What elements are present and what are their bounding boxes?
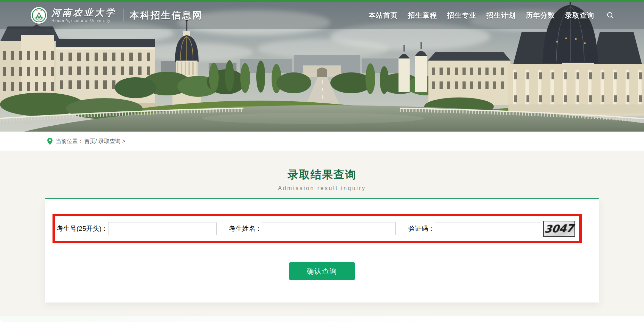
query-card: 考生号(25开头)： 考生姓名： 验证码： 3047 确认查询 [45,198,599,303]
candidate-number-group: 考生号(25开头)： [57,222,217,235]
query-section: 录取结果查询 Admission result inquiry 考生号(25开头… [0,151,644,303]
candidate-name-group: 考生姓名： [229,222,396,235]
top-accent-bar [0,0,644,2]
confirm-query-button[interactable]: 确认查询 [289,262,355,280]
breadcrumb-label: 当前位置： [56,138,83,145]
location-pin-icon [47,138,53,145]
admission-query-page: 河南农业大学 Henan Agricultural University 本科招… [0,0,644,322]
site-title: 本科招生信息网 [130,9,203,22]
captcha-group: 验证码： 3047 [408,221,575,237]
nav-item-admission-charter[interactable]: 招生章程 [408,11,437,20]
footer-strip [0,316,644,322]
search-icon[interactable] [606,11,614,19]
nav-item-home[interactable]: 本站首页 [369,11,398,20]
captcha-input[interactable] [435,222,540,235]
nav-item-admission-plan[interactable]: 招生计划 [486,11,516,20]
site-header: 河南农业大学 Henan Agricultural University 本科招… [0,2,644,29]
candidate-name-input[interactable] [262,222,396,235]
brand-divider [123,9,123,22]
page-subtitle: Admission result inquiry [0,185,644,191]
captcha-label: 验证码： [408,224,435,233]
nav-item-past-scores[interactable]: 历年分数 [526,11,555,20]
brand-home-link[interactable]: 河南农业大学 Henan Agricultural University 本科招… [31,7,203,24]
university-name-zh: 河南农业大学 [51,8,116,17]
university-name: 河南农业大学 Henan Agricultural University [51,8,116,23]
university-seal-icon [31,7,47,24]
captcha-image[interactable]: 3047 [543,221,575,237]
submit-row: 确认查询 [45,262,599,280]
candidate-number-input[interactable] [108,222,217,235]
breadcrumb: 当前位置： 首页/ 录取查询 > [0,132,644,151]
nav-item-majors[interactable]: 招生专业 [447,11,476,20]
main-nav: 本站首页 招生章程 招生专业 招生计划 历年分数 录取查询 [369,11,614,20]
university-name-en: Henan Agricultural University [51,19,116,23]
breadcrumb-path[interactable]: 首页/ 录取查询 > [84,138,126,145]
candidate-name-label: 考生姓名： [229,224,262,233]
nav-item-admission-query[interactable]: 录取查询 [565,11,594,20]
page-title: 录取结果查询 [0,167,644,182]
captcha-code: 3047 [544,222,574,235]
candidate-number-label: 考生号(25开头)： [57,224,108,233]
form-highlight-box: 考生号(25开头)： 考生姓名： 验证码： 3047 [53,214,582,243]
